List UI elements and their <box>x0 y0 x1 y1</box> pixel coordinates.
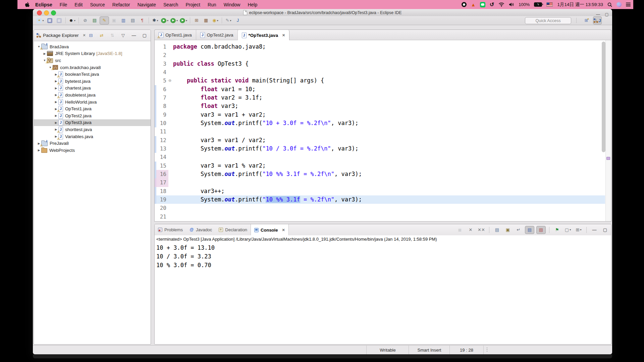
close-tab-icon[interactable]: ✕ <box>282 33 285 38</box>
code-line-13[interactable]: 13 System.out.printf("10 / 3.0f = %.2f\n… <box>155 144 605 153</box>
console-body[interactable]: <terminated> OpTest3 [Java Application] … <box>155 235 611 344</box>
collapsed-arrow-icon[interactable]: ▶ <box>42 52 47 55</box>
code-line-15[interactable]: 15 var3 = var1 % var2; <box>155 162 605 170</box>
view-menu-button[interactable]: ▽ <box>119 32 127 39</box>
dropdown-arrow-icon[interactable]: ▾ <box>157 19 158 22</box>
coverage-button[interactable]: ▶▾ <box>179 17 188 24</box>
dropdown-arrow-icon[interactable]: ▾ <box>74 19 75 22</box>
window-title-bar[interactable]: eclipse-workspace - BradJava/src/com/bra… <box>33 9 612 16</box>
code-text[interactable] <box>173 213 605 221</box>
code-line-18[interactable]: 18 var3++; <box>155 187 605 195</box>
collapsed-arrow-icon[interactable]: ▶ <box>54 100 58 104</box>
show-whitespace-button[interactable]: ¶ <box>138 17 147 24</box>
menu-clock[interactable]: 1月14日 週一 13:59:33 <box>557 2 603 8</box>
dropdown-arrow-icon[interactable]: ▾ <box>167 19 168 22</box>
skip-all-breakpoints-button[interactable]: ⊘ <box>81 17 90 24</box>
account-button[interactable]: ☻▾ <box>68 17 76 24</box>
new-java-project-button[interactable]: ⊞ <box>192 17 201 24</box>
menu-eclipse[interactable]: Eclipse <box>32 2 56 7</box>
display-console-button[interactable]: ▢▾ <box>564 226 572 234</box>
package-explorer-tab[interactable]: Package Explorer ✕ <box>34 30 86 41</box>
code-text[interactable]: float var2 = 3.1f; <box>173 94 605 102</box>
input-source-flag-icon[interactable] <box>546 2 553 7</box>
code-line-21[interactable]: 21 <box>155 213 605 221</box>
dropdown-arrow-icon[interactable]: ▾ <box>217 19 218 22</box>
dropdown-arrow-icon[interactable]: ▾ <box>176 19 178 22</box>
code-line-16[interactable]: 16 System.out.printf("10 %% 3.1f = %.2f\… <box>155 170 605 178</box>
code-line-2[interactable]: 2 <box>155 51 605 59</box>
maximize-editor-icon[interactable]: ▢ <box>603 11 610 18</box>
code-text[interactable] <box>173 153 605 161</box>
code-line-1[interactable]: 1package com.bradchao.java8; <box>155 43 605 51</box>
code-text[interactable]: System.out.printf("10 %% 3.1f = %.2f\n",… <box>173 170 605 178</box>
open-type-button[interactable]: J <box>233 17 242 24</box>
quick-access-box[interactable]: Quick Access <box>525 17 571 24</box>
menu-run[interactable]: Run <box>204 2 220 7</box>
open-console-button[interactable]: ⊞▾ <box>574 226 583 234</box>
code-text[interactable]: var3 = var1 + var2; <box>173 111 605 119</box>
remove-launch-button[interactable]: ✕ <box>466 226 475 234</box>
code-text[interactable]: public static void main(String[] args) { <box>173 76 605 85</box>
clone-view-button[interactable]: ▣ <box>110 17 118 24</box>
editor-tab-OpTest2-java[interactable]: OpTest2.java <box>196 30 238 40</box>
tree-item-OpTest3-java[interactable]: ▶OpTest3.java <box>34 119 151 126</box>
dropdown-arrow-icon[interactable]: ▾ <box>186 19 187 22</box>
occurrence-marker[interactable] <box>606 157 610 160</box>
scroll-lock-button[interactable]: ▣ <box>503 226 512 234</box>
menu-edit[interactable]: Edit <box>71 2 86 7</box>
wifi-icon[interactable] <box>498 2 504 7</box>
close-view-icon[interactable]: ✕ <box>83 33 86 38</box>
menu-search[interactable]: Search <box>160 2 182 7</box>
code-text[interactable]: var3 = var1 / var2; <box>173 136 605 144</box>
minimize-button[interactable]: — <box>129 32 138 39</box>
code-text[interactable] <box>173 178 605 187</box>
tree-item-BradJava[interactable]: ▼⚠BradJava <box>34 43 151 50</box>
code-text[interactable] <box>173 127 605 136</box>
new-connection-button[interactable]: ▤ <box>90 17 99 24</box>
save-all-button[interactable]: ▦ <box>55 17 63 24</box>
run-button[interactable]: ▶▾ <box>160 17 169 24</box>
mark-occurrences-button[interactable]: ✎ <box>100 16 109 24</box>
screen-record-icon[interactable] <box>462 2 467 7</box>
tree-item-doubletest-java[interactable]: ▶⚠doubletest.java <box>34 92 151 99</box>
code-text[interactable]: System.out.printf("10 + 3.0f = %.2f\n", … <box>173 119 605 127</box>
notification-center-icon[interactable] <box>626 3 631 6</box>
last-edit-location-button[interactable]: ✎▾ <box>224 17 233 24</box>
dropdown-arrow-icon[interactable]: ▾ <box>580 228 581 231</box>
code-line-17[interactable]: 17 <box>155 178 605 187</box>
build-all-button[interactable]: ▥ <box>119 17 128 24</box>
vlc-icon[interactable]: ▲ <box>471 2 476 7</box>
code-text[interactable] <box>173 51 605 59</box>
remove-all-terminated-button[interactable]: ✕✕ <box>477 226 486 234</box>
save-button[interactable]: ▦ <box>45 17 54 24</box>
line-app-icon[interactable] <box>480 2 485 7</box>
tree-item-OpTest2-java[interactable]: ▶OpTest2.java <box>34 112 151 119</box>
minimize-button[interactable]: — <box>590 226 599 234</box>
code-line-3[interactable]: 3public class OpTest3 { <box>155 60 605 68</box>
code-line-4[interactable]: 4 <box>155 68 605 76</box>
status-drag-handle[interactable] <box>486 347 488 353</box>
menu-navigate[interactable]: Navigate <box>134 2 160 7</box>
focus-on-active-task-button[interactable]: ⇅ <box>108 32 117 39</box>
console-area-tab-declaration[interactable]: Declaration <box>215 224 251 235</box>
menu-refactor[interactable]: Refactor <box>109 2 134 7</box>
volume-icon[interactable] <box>509 2 514 7</box>
code-text[interactable]: System.out.printf("10 / 3.0f = %.2f\n", … <box>173 144 605 153</box>
code-text[interactable]: float var1 = 10; <box>173 85 605 94</box>
code-text[interactable] <box>173 204 605 212</box>
code-line-8[interactable]: 8 float var3; <box>155 102 605 110</box>
code-line-5[interactable]: 5⊖ public static void main(String[] args… <box>155 76 605 85</box>
code-line-20[interactable]: 20 <box>155 204 605 212</box>
close-tab-icon[interactable]: ✕ <box>282 228 285 232</box>
fold-collapse-icon[interactable]: ⊖ <box>168 76 173 85</box>
tree-item-shorttest-java[interactable]: ▶⚠shorttest.java <box>34 126 151 133</box>
show-on-stdout-button[interactable]: ▤ <box>525 226 534 234</box>
menu-source[interactable]: Source <box>86 2 108 7</box>
apple-menu-icon[interactable] <box>23 2 32 7</box>
clear-console-button[interactable]: ▤ <box>493 226 501 234</box>
collapsed-arrow-icon[interactable]: ▶ <box>54 114 58 117</box>
link-with-editor-button[interactable]: ⇄ <box>97 32 106 39</box>
menu-file[interactable]: File <box>56 2 71 7</box>
word-wrap-button[interactable]: ↵ <box>514 226 523 234</box>
tree-item-Variables-java[interactable]: ▶⚠Variables.java <box>34 133 151 140</box>
